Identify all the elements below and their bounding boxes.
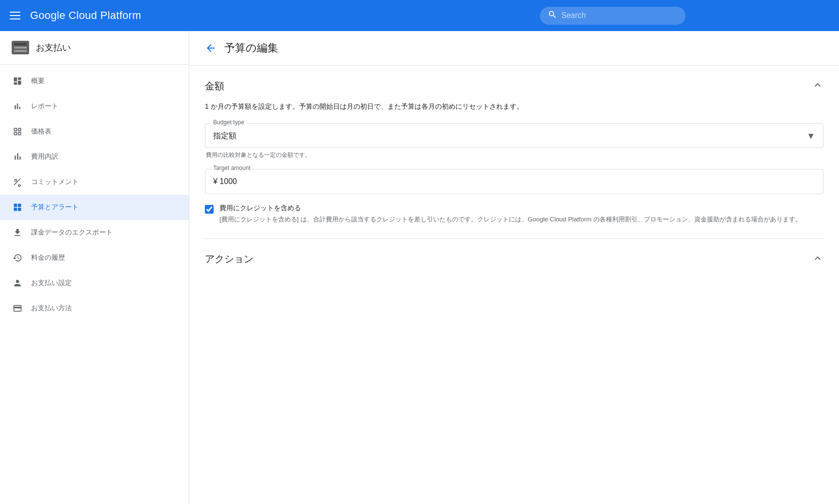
sidebar-item-label: 費用内訳 xyxy=(31,152,58,161)
sidebar-item-label: レポート xyxy=(31,102,58,111)
sidebar-item-label: 価格表 xyxy=(31,127,51,136)
sidebar-billing-title: お支払い xyxy=(36,42,71,53)
stacked-bar-icon xyxy=(12,151,23,163)
include-credits-label: 費用にクレジットを含める xyxy=(219,204,802,213)
amount-description: 1 か月の予算額を設定します。予算の開始日は月の初日で、また予算は各月の初めにリ… xyxy=(205,101,823,112)
budget-icon xyxy=(12,202,23,213)
include-credits-group: 費用にクレジットを含める [費用にクレジットを含める] は、合計費用から該当する… xyxy=(205,204,823,225)
search-input[interactable] xyxy=(561,11,658,20)
page-title: 予算の編集 xyxy=(224,41,278,55)
sidebar-nav: 概要 レポート 価格表 xyxy=(0,65,189,325)
sidebar-item-overview[interactable]: 概要 xyxy=(0,68,189,94)
actions-collapse-button[interactable] xyxy=(812,252,823,266)
sidebar: お支払い 概要 レポート xyxy=(0,31,189,504)
sidebar-item-export[interactable]: 課金データのエクスポート xyxy=(0,220,189,245)
budget-type-field: Budget type 指定額 ▼ 費用の比較対象となる一定の金額です。 xyxy=(205,123,823,159)
sidebar-item-label: 料金の履歴 xyxy=(31,253,65,262)
menu-button[interactable] xyxy=(8,10,22,21)
sidebar-item-label: 課金データのエクスポート xyxy=(31,228,113,237)
card-icon xyxy=(12,302,23,314)
amount-section-title: 金額 xyxy=(205,80,224,93)
include-credits-content: 費用にクレジットを含める [費用にクレジットを含める] は、合計費用から該当する… xyxy=(219,204,802,225)
sidebar-billing-header: お支払い xyxy=(0,31,189,65)
main-content: 予算の編集 金額 1 か月の予算額を設定します。予算の開始日は月の初日で、また予… xyxy=(189,31,839,504)
sidebar-item-commitment[interactable]: コミットメント xyxy=(0,169,189,195)
percent-icon xyxy=(12,176,23,188)
budget-type-hint: 費用の比較対象となる一定の金額です。 xyxy=(205,151,823,159)
person-icon xyxy=(12,277,23,289)
sidebar-item-label: 概要 xyxy=(31,77,45,85)
target-amount-wrapper: Target amount xyxy=(205,169,823,194)
amount-collapse-button[interactable] xyxy=(812,79,823,93)
sidebar-item-price-list[interactable]: 価格表 xyxy=(0,119,189,144)
target-amount-field: Target amount xyxy=(205,169,823,194)
target-amount-label: Target amount xyxy=(211,165,252,171)
sidebar-item-label: コミットメント xyxy=(31,178,79,186)
sidebar-item-label: お支払い設定 xyxy=(31,279,72,287)
actions-section: アクション xyxy=(205,239,823,279)
search-bar[interactable] xyxy=(540,7,686,25)
amount-section-header: 金額 xyxy=(205,79,823,93)
budget-type-select[interactable]: 指定額 xyxy=(205,124,823,148)
grid-icon xyxy=(12,126,23,137)
dashboard-icon xyxy=(12,75,23,87)
amount-section: 金額 1 か月の予算額を設定します。予算の開始日は月の初日で、また予算は各月の初… xyxy=(205,66,823,239)
history-icon xyxy=(12,252,23,264)
app-title: Google Cloud Platform xyxy=(30,9,141,22)
include-credits-description: [費用にクレジットを含める] は、合計費用から該当するクレジットを差し引いたもの… xyxy=(219,215,802,225)
actions-section-title: アクション xyxy=(205,252,253,266)
page-header: 予算の編集 xyxy=(189,31,839,66)
export-icon xyxy=(12,227,23,238)
bar-chart-icon xyxy=(12,101,23,112)
sidebar-item-reports[interactable]: レポート xyxy=(0,94,189,119)
sidebar-item-label: 予算とアラート xyxy=(31,203,79,212)
target-amount-input[interactable] xyxy=(205,169,823,194)
back-button[interactable] xyxy=(205,42,217,54)
search-icon xyxy=(548,10,557,22)
sidebar-item-label: お支払い方法 xyxy=(31,304,72,313)
billing-icon xyxy=(12,41,29,54)
app-header: Google Cloud Platform xyxy=(0,0,839,31)
sidebar-item-billing-history[interactable]: 料金の履歴 xyxy=(0,245,189,270)
sidebar-item-budgets-alerts[interactable]: 予算とアラート xyxy=(0,195,189,220)
budget-type-wrapper: Budget type 指定額 ▼ xyxy=(205,123,823,148)
page-content: 金額 1 か月の予算額を設定します。予算の開始日は月の初日で、また予算は各月の初… xyxy=(189,66,839,295)
include-credits-checkbox[interactable] xyxy=(205,205,214,214)
sidebar-item-billing-settings[interactable]: お支払い設定 xyxy=(0,270,189,296)
budget-type-label: Budget type xyxy=(211,119,246,126)
sidebar-item-cost-breakdown[interactable]: 費用内訳 xyxy=(0,144,189,169)
actions-section-header: アクション xyxy=(205,252,823,266)
sidebar-item-payment-method[interactable]: お支払い方法 xyxy=(0,296,189,321)
